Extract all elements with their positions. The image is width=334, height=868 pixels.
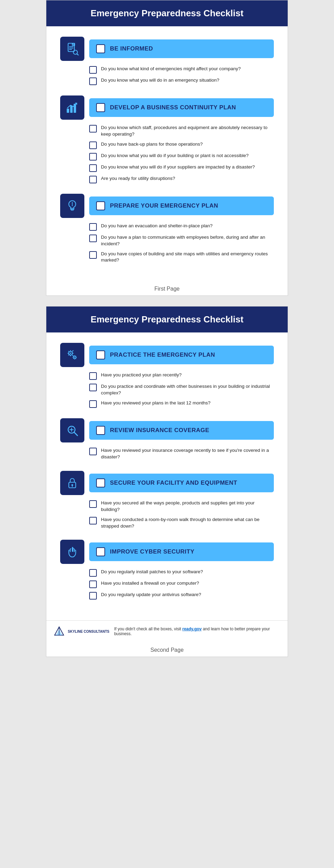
checklist-item: Have you installed a firewall on your co… [89, 580, 274, 588]
insurance-main-checkbox[interactable] [96, 426, 105, 435]
checkbox[interactable] [89, 500, 97, 508]
item-text: Do you know what kind of emergencies mig… [101, 66, 241, 72]
section-header-emergency-plan: PREPARE YOUR EMERGENCY PLAN [60, 194, 274, 218]
page-1-label: First Page [46, 281, 288, 295]
skyline-logo-icon [53, 625, 65, 637]
svg-line-6 [77, 54, 78, 55]
section-facility: SECURE YOUR FACILITY AND EQUIPMENT Have … [60, 471, 274, 530]
chart-icon [66, 101, 79, 114]
checkbox[interactable] [89, 569, 97, 577]
checkbox[interactable] [89, 66, 97, 74]
insurance-icon-box [60, 418, 84, 442]
practice-plan-main-checkbox[interactable] [96, 350, 105, 359]
item-text: Do you know what you will do if your bui… [101, 153, 249, 159]
svg-point-17 [74, 357, 75, 358]
item-text: Are you ready for utility disruptions? [101, 175, 175, 182]
checkbox[interactable] [89, 400, 97, 408]
be-informed-main-checkbox[interactable] [96, 44, 105, 53]
practice-plan-icon-box [60, 343, 84, 367]
cyber-icon-box [60, 540, 84, 564]
facility-main-checkbox[interactable] [96, 478, 105, 487]
be-informed-icon-box [60, 37, 84, 61]
checkbox[interactable] [89, 517, 97, 524]
page-1: Emergency Preparedness Checklist [46, 0, 288, 296]
section-business-continuity: DEVELOP A BUSINESS CONTINUITY PLAN Do yo… [60, 95, 274, 183]
item-text: Have you secured all the ways people, pr… [101, 500, 274, 513]
item-text: Have you reviewed your plans in the last… [101, 400, 211, 406]
checkbox[interactable] [89, 448, 97, 455]
checklist-item: Do you know what you will do in an emerg… [89, 77, 274, 85]
checkbox[interactable] [89, 141, 97, 149]
footer-text-before: If you didn't check all the boxes, visit [114, 627, 182, 631]
checkbox[interactable] [89, 176, 97, 183]
checkbox[interactable] [89, 223, 97, 231]
checklist-item: Do you regularly install patches to your… [89, 569, 274, 577]
business-continuity-main-checkbox[interactable] [96, 103, 105, 112]
item-text: Do you know what you will do if your sup… [101, 164, 255, 171]
emergency-plan-main-checkbox[interactable] [96, 201, 105, 210]
be-informed-title-bar: BE INFORMED [89, 39, 274, 58]
emergency-plan-title-bar: PREPARE YOUR EMERGENCY PLAN [89, 197, 274, 215]
svg-rect-7 [67, 109, 69, 113]
svg-point-15 [70, 353, 71, 354]
business-continuity-items: Do you know which staff, procedures and … [60, 125, 274, 183]
emergency-plan-items: Do you have an evacuation and shelter-in… [60, 223, 274, 264]
hand-icon [66, 545, 79, 558]
title-normal: Checklist [201, 314, 243, 325]
cyber-main-checkbox[interactable] [96, 547, 105, 556]
emergency-plan-title: PREPARE YOUR EMERGENCY PLAN [110, 202, 218, 209]
section-insurance: REVIEW INSURANCE COVERAGE Have you revie… [60, 418, 274, 460]
facility-title-bar: SECURE YOUR FACILITY AND EQUIPMENT [89, 474, 274, 492]
checklist-item: Do you know what kind of emergencies mig… [89, 66, 274, 74]
svg-rect-8 [70, 106, 73, 113]
checklist-item: Do you practice and coordinate with othe… [89, 383, 274, 396]
title-bold: Emergency Preparedness [91, 314, 201, 325]
item-text: Have you reviewed your insurance coverag… [101, 447, 274, 460]
facility-title: SECURE YOUR FACILITY AND EQUIPMENT [110, 479, 237, 486]
item-text: Do you practice and coordinate with othe… [101, 383, 274, 396]
be-informed-items: Do you know what kind of emergencies mig… [60, 66, 274, 85]
bulb-icon [66, 199, 79, 212]
checkbox[interactable] [89, 164, 97, 172]
footer-logo: SKYLINE CONSULTANTS [53, 625, 109, 637]
footer-link[interactable]: ready.gov [182, 627, 202, 631]
checkbox[interactable] [89, 581, 97, 588]
section-emergency-plan: PREPARE YOUR EMERGENCY PLAN Do you have … [60, 194, 274, 264]
checklist-item: Do you have a plan to communicate with e… [89, 234, 274, 247]
checklist-item: Are you ready for utility disruptions? [89, 175, 274, 183]
item-text: Do you know which staff, procedures and … [101, 125, 274, 138]
item-text: Do you regularly update your antivirus s… [101, 592, 201, 598]
checkbox[interactable] [89, 372, 97, 380]
section-header-practice-plan: PRACTICE THE EMERGENCY PLAN [60, 343, 274, 367]
checkbox[interactable] [89, 251, 97, 259]
checkbox[interactable] [89, 384, 97, 391]
checklist-item: Have you secured all the ways people, pr… [89, 500, 274, 513]
document-icon [66, 42, 79, 55]
item-text: Do you have a plan to communicate with e… [101, 234, 274, 247]
section-header-facility: SECURE YOUR FACILITY AND EQUIPMENT [60, 471, 274, 495]
insurance-title: REVIEW INSURANCE COVERAGE [110, 427, 209, 434]
checklist-item: Do you regularly update your antivirus s… [89, 592, 274, 600]
section-header-be-informed: BE INFORMED [60, 37, 274, 61]
checkbox[interactable] [89, 153, 97, 161]
facility-icon-box [60, 471, 84, 495]
insurance-title-bar: REVIEW INSURANCE COVERAGE [89, 421, 274, 440]
page-2-content: PRACTICE THE EMERGENCY PLAN Have you pra… [46, 332, 288, 617]
page-2: Emergency Preparedness Checklist [46, 306, 288, 657]
checklist-item: Have you practiced your plan recently? [89, 372, 274, 380]
cyber-title-bar: IMPROVE CYBER SECURITY [89, 542, 274, 561]
item-text: Do you have back-up plans for those oper… [101, 141, 203, 148]
item-text: Do you have an evacuation and shelter-in… [101, 223, 213, 229]
checklist-item: Do you have copies of building and site … [89, 251, 274, 264]
checklist-item: Do you have back-up plans for those oper… [89, 141, 274, 149]
checkbox[interactable] [89, 77, 97, 85]
checkbox[interactable] [89, 125, 97, 133]
footer-company-name: SKYLINE CONSULTANTS [68, 629, 109, 634]
checkbox[interactable] [89, 592, 97, 600]
practice-plan-title: PRACTICE THE EMERGENCY PLAN [110, 351, 215, 358]
section-header-cyber: IMPROVE CYBER SECURITY [60, 540, 274, 564]
page-content: BE INFORMED Do you know what kind of eme… [46, 26, 288, 281]
svg-line-19 [74, 432, 78, 436]
checklist-item: Have you conducted a room-by-room walk t… [89, 517, 274, 530]
checkbox[interactable] [89, 235, 97, 242]
